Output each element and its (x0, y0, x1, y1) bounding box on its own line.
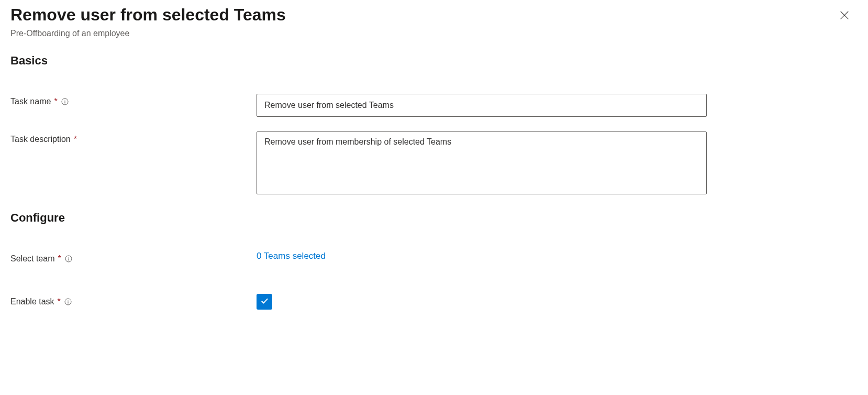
enable-task-checkbox[interactable] (257, 294, 272, 310)
header-text-block: Remove user from selected Teams Pre-Offb… (10, 5, 837, 38)
task-name-input[interactable] (257, 94, 707, 117)
select-team-label-wrap: Select team * (10, 251, 257, 264)
task-name-row: Task name * (10, 94, 858, 117)
task-description-input[interactable]: Remove user from membership of selected … (257, 131, 707, 194)
enable-task-label-wrap: Enable task * (10, 294, 257, 306)
close-icon (839, 9, 850, 23)
basics-heading: Basics (10, 54, 858, 68)
enable-task-row: Enable task * (10, 294, 858, 310)
page-subtitle: Pre-Offboarding of an employee (10, 29, 837, 38)
close-button[interactable] (837, 7, 852, 25)
select-team-row: Select team * 0 Teams selected (10, 251, 858, 264)
page-title: Remove user from selected Teams (10, 5, 837, 25)
task-description-label-wrap: Task description * (10, 131, 257, 144)
info-icon[interactable] (61, 97, 69, 106)
checkmark-icon (260, 296, 269, 308)
task-name-label-wrap: Task name * (10, 94, 257, 106)
enable-task-control (257, 294, 707, 310)
task-description-row: Task description * Remove user from memb… (10, 131, 858, 196)
select-team-control: 0 Teams selected (257, 251, 707, 261)
task-name-control (257, 94, 707, 117)
panel-header: Remove user from selected Teams Pre-Offb… (10, 5, 858, 38)
info-icon[interactable] (64, 298, 72, 306)
required-marker: * (54, 97, 57, 106)
task-description-control: Remove user from membership of selected … (257, 131, 707, 196)
select-team-link[interactable]: 0 Teams selected (257, 251, 326, 261)
enable-task-label: Enable task (10, 297, 54, 306)
svg-point-10 (68, 300, 68, 300)
task-name-label: Task name (10, 97, 51, 106)
configure-heading: Configure (10, 211, 858, 225)
required-marker: * (58, 297, 61, 306)
required-marker: * (58, 254, 61, 264)
svg-point-7 (68, 257, 69, 257)
required-marker: * (74, 135, 77, 144)
info-icon[interactable] (64, 255, 73, 263)
svg-point-4 (64, 100, 65, 100)
select-team-label: Select team (10, 254, 54, 264)
task-description-label: Task description (10, 135, 71, 144)
